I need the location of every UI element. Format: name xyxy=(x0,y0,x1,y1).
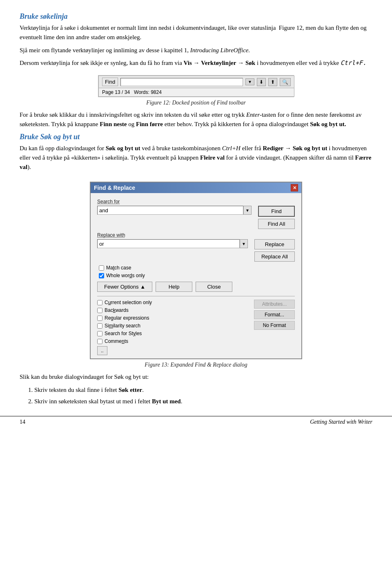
find-all-button[interactable]: Find All xyxy=(258,219,295,229)
replace-with-label: Replace with xyxy=(97,232,295,238)
fewer-options-button[interactable]: Fewer Options ▲ xyxy=(97,282,152,292)
find-label: Find xyxy=(102,78,118,86)
search-for-input[interactable] xyxy=(97,206,243,215)
find-replace-dialog: Find & Replace ✕ Search for ▼ xyxy=(90,182,302,359)
current-selection-row: Current selection only xyxy=(97,300,250,305)
search-for-dropdown[interactable]: ▼ xyxy=(243,206,252,215)
replace-with-input[interactable] xyxy=(97,239,240,248)
para-after-fig12: For å bruke søk klikkar du i innskriving… xyxy=(20,110,372,129)
page-footer: 14 Getting Started with Writer xyxy=(0,416,392,428)
section-title-sokelinja: Bruke søkelinja xyxy=(20,12,372,21)
match-case-checkbox[interactable] xyxy=(99,265,104,271)
search-for-label: Search for xyxy=(97,199,295,205)
regular-expressions-checkbox[interactable] xyxy=(97,316,102,321)
expanded-checkboxes: Current selection only Backwards Regular… xyxy=(97,300,250,355)
match-case-row: Match case xyxy=(99,265,295,271)
current-selection-label: Current selection only xyxy=(105,300,152,305)
attributes-button: Attributes... xyxy=(254,300,295,309)
find-binoculars-btn[interactable]: 🔍 xyxy=(280,78,291,86)
search-for-row: ▼ Find Find All xyxy=(97,206,295,229)
dialog-close-btn[interactable]: ✕ xyxy=(291,184,298,191)
dotdot-button[interactable]: .. xyxy=(97,346,107,355)
para-sokelinja-3: Dersom verktøylinja for søk ikkje er syn… xyxy=(20,58,372,68)
dialog-titlebar: Find & Replace ✕ xyxy=(91,182,301,193)
para-after-fig13: Slik kan du bruke dialogvindauget for Sø… xyxy=(20,372,372,382)
whole-words-row: Whole words only xyxy=(99,273,295,278)
backwards-checkbox[interactable] xyxy=(97,308,102,313)
search-for-styles-checkbox[interactable] xyxy=(97,331,102,336)
comments-checkbox[interactable] xyxy=(97,339,102,344)
no-format-button[interactable]: No Format xyxy=(254,321,295,330)
para-sokelinja-2: Sjå meir om flytande verktøylinjer og in… xyxy=(20,46,372,55)
checkbox-section: Match case Whole words only xyxy=(99,265,295,278)
help-button[interactable]: Help xyxy=(156,282,192,292)
replace-button[interactable]: Replace xyxy=(254,239,295,249)
find-button[interactable]: Find xyxy=(258,206,295,217)
find-input[interactable] xyxy=(120,78,243,86)
similarity-search-row: Similarity search xyxy=(97,323,250,329)
footer-page-number: 14 xyxy=(20,419,25,425)
para-sok-byt-ut-1: Du kan få opp dialogvindauget for Søk og… xyxy=(20,144,372,172)
section-title-sok-byt-ut: Bruke Søk og byt ut xyxy=(20,133,372,141)
dialog-divider xyxy=(97,296,295,296)
replace-buttons: Replace Replace All xyxy=(254,239,295,262)
whole-words-checkbox[interactable] xyxy=(99,273,104,278)
similarity-search-label: Similarity search xyxy=(105,323,140,329)
replace-all-button[interactable]: Replace All xyxy=(254,251,295,262)
figure-12-caption: Figure 12: Docked position of Find toolb… xyxy=(146,100,246,106)
comments-label: Comments xyxy=(105,338,128,344)
steps-list: Skriv teksten du skal finne i feltet Søk… xyxy=(34,385,372,407)
comments-row: Comments xyxy=(97,338,250,344)
page-info: Page 13 / 34 xyxy=(102,89,130,95)
words-info: Words: 9824 xyxy=(134,89,162,95)
match-case-label: Match case xyxy=(106,265,131,271)
replace-with-section: Replace with ▼ Replace Replace All xyxy=(97,232,295,262)
backwards-label: Backwards xyxy=(105,307,129,313)
para-sokelinja-1: Verktøylinja for å søke i dokumentet er … xyxy=(20,23,372,42)
similarity-search-checkbox[interactable] xyxy=(97,323,102,329)
format-button[interactable]: Format... xyxy=(254,310,295,319)
find-buttons: Find Find All xyxy=(258,206,295,229)
step-1: Skriv teksten du skal finne i feltet Søk… xyxy=(34,385,372,395)
expanded-right-buttons: Attributes... Format... No Format xyxy=(254,300,295,355)
replace-with-dropdown[interactable]: ▼ xyxy=(240,239,248,248)
find-dropdown-btn[interactable]: ▼ xyxy=(245,78,254,85)
whole-words-label: Whole words only xyxy=(106,273,145,278)
figure-13-caption: Figure 13: Expanded Find & Replace dialo… xyxy=(145,362,247,368)
regular-expressions-label: Regular expressions xyxy=(105,315,149,321)
close-button[interactable]: Close xyxy=(196,282,232,292)
find-prev-btn[interactable]: ⬇ xyxy=(257,78,266,86)
footer-app-name: Getting Started with Writer xyxy=(310,419,372,425)
expanded-options-section: Current selection only Backwards Regular… xyxy=(97,300,295,355)
find-toolbar-info-row: Page 13 / 34 Words: 9824 xyxy=(98,88,294,97)
search-for-styles-label: Search for Styles xyxy=(105,331,142,336)
page-content: Bruke søkelinja Verktøylinja for å søke … xyxy=(0,0,392,406)
regular-expressions-row: Regular expressions xyxy=(97,315,250,321)
search-for-section: Search for ▼ Find Find All xyxy=(97,199,295,229)
find-next-btn[interactable]: ⬆ xyxy=(268,78,277,86)
backwards-row: Backwards xyxy=(97,307,250,313)
replace-with-row: ▼ Replace Replace All xyxy=(97,239,295,262)
current-selection-checkbox[interactable] xyxy=(97,300,102,305)
find-toolbar: Find ▼ ⬇ ⬆ 🔍 xyxy=(98,76,294,88)
search-for-styles-row: Search for Styles xyxy=(97,331,250,336)
dialog-title: Find & Replace xyxy=(94,185,135,191)
step-2: Skriv inn søketeksten skal bytast ut med… xyxy=(34,397,372,406)
bottom-btn-row: Fewer Options ▲ Help Close xyxy=(97,282,295,292)
figure-12-container: Find ▼ ⬇ ⬆ 🔍 Page 13 / 34 Words: 9824 Fi… xyxy=(20,75,372,106)
dialog-body: Search for ▼ Find Find All xyxy=(91,193,301,358)
figure-13-container: Find & Replace ✕ Search for ▼ xyxy=(20,182,372,368)
